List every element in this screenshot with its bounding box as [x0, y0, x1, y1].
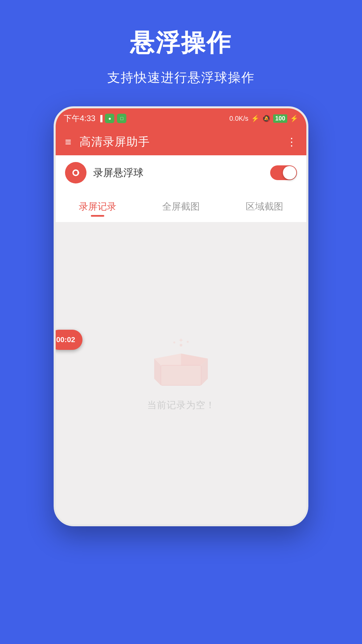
status-time: 下午4:33	[64, 113, 96, 124]
svg-point-9	[180, 344, 182, 346]
toolbar-title: 高清录屏助手	[79, 134, 286, 150]
toggle-knob	[283, 166, 296, 179]
floating-ball-timer: 00:02	[56, 335, 75, 344]
app-icon-2: □	[117, 114, 126, 123]
tab-fullscreen[interactable]: 全屏截图	[139, 194, 223, 222]
empty-box-icon	[151, 335, 211, 389]
empty-text: 当前记录为空！	[147, 399, 215, 412]
phone-frame: 下午4:33 ▐ ● □ 0.0K/s ⚡ 🔕 100 ⚡ ≡ 高清录屏助手 ⋮…	[54, 106, 308, 526]
speed-text: 0.0K/s	[229, 115, 248, 122]
toggle-row: 录屏悬浮球	[56, 155, 306, 190]
svg-point-11	[173, 341, 175, 343]
record-icon	[65, 162, 86, 183]
app-icon-1: ●	[105, 114, 114, 123]
page-title: 悬浮操作	[130, 27, 232, 59]
page-subtitle: 支持快速进行悬浮球操作	[107, 69, 255, 86]
volume-icon: 🔕	[262, 114, 270, 122]
sim-icon: ▐	[98, 115, 103, 122]
tab-region[interactable]: 区域截图	[223, 194, 306, 222]
svg-point-1	[74, 171, 78, 175]
svg-rect-3	[161, 365, 201, 385]
menu-icon[interactable]: ≡	[65, 136, 71, 148]
tab-underline	[91, 215, 104, 217]
battery-icon: 100	[273, 114, 287, 123]
tab-record[interactable]: 录屏记录	[56, 194, 139, 222]
bluetooth-icon: ⚡	[251, 114, 259, 122]
toggle-switch[interactable]	[270, 165, 297, 180]
charging-icon: ⚡	[290, 114, 298, 122]
more-icon[interactable]: ⋮	[286, 136, 297, 148]
content-area: 00:02 当前记录为空！	[56, 222, 306, 524]
floating-ball[interactable]: 00:02	[54, 330, 82, 350]
toggle-label: 录屏悬浮球	[93, 166, 263, 180]
app-toolbar: ≡ 高清录屏助手 ⋮	[56, 128, 306, 155]
status-bar: 下午4:33 ▐ ● □ 0.0K/s ⚡ 🔕 100 ⚡	[56, 108, 306, 128]
svg-point-10	[187, 341, 189, 343]
tab-bar: 录屏记录 全屏截图 区域截图	[56, 194, 306, 222]
